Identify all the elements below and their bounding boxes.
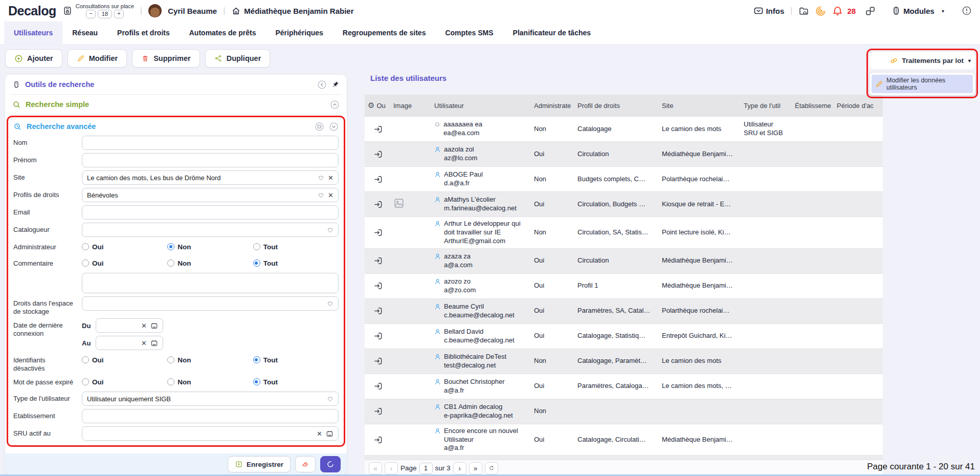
column-header-image[interactable]: Image	[390, 102, 431, 110]
radio-dot[interactable]	[82, 243, 89, 250]
tab-planificateur-de-taches[interactable]: Planificateur de tâches	[503, 21, 601, 44]
modifier-button[interactable]: Modifier	[68, 49, 127, 68]
radio-dot[interactable]	[82, 356, 89, 363]
column-header-site[interactable]: Site	[659, 102, 741, 110]
form-input[interactable]	[82, 153, 339, 167]
user-cell[interactable]: aMathys L'écolierm.farineau@decalog.net	[431, 193, 531, 215]
tab-comptes-sms[interactable]: Comptes SMS	[435, 21, 503, 44]
radio-dot[interactable]	[253, 243, 260, 250]
user-cell[interactable]: Bibliothécaire DeTesttest@decalog.net	[431, 350, 531, 373]
column-header-ou[interactable]: ⚙Ou	[365, 101, 390, 110]
tab-reseau[interactable]: Réseau	[62, 21, 107, 44]
user-avatar[interactable]	[148, 4, 162, 17]
form-input[interactable]: Le camion des mots, Les bus de Drôme Nor…	[82, 170, 339, 185]
clear-icon[interactable]: ✕	[141, 339, 147, 347]
radio-dot[interactable]	[167, 243, 174, 250]
form-input[interactable]: Bénévoles✕	[82, 188, 339, 202]
login-as-button[interactable]	[365, 432, 390, 447]
form-input[interactable]	[82, 136, 339, 150]
pin-icon[interactable]	[331, 80, 340, 89]
bell-icon[interactable]	[832, 6, 843, 16]
column-header-administrate[interactable]: Administrate	[531, 102, 574, 110]
infos-link[interactable]: Infos	[766, 7, 784, 15]
user-cell[interactable]: Bouchet Christophera@a.fr	[431, 375, 531, 398]
dupliquer-button[interactable]: Dupliquer	[205, 49, 271, 68]
target-icon[interactable]	[815, 6, 826, 16]
search-tools-header[interactable]: Outils de recherche	[5, 75, 347, 94]
column-header-periode-d-ac[interactable]: Période d'ac	[834, 102, 883, 110]
column-header-type-de-l-util[interactable]: Type de l'util	[741, 102, 792, 110]
form-input[interactable]: Utilisateur uniquement SIGB	[82, 392, 339, 406]
radio-dot[interactable]	[253, 356, 260, 363]
radio-option-tout[interactable]: Tout	[253, 356, 339, 364]
consultations-value[interactable]: 18	[98, 10, 112, 18]
column-header-profil-de-droits[interactable]: Profil de droits	[574, 102, 659, 110]
radio-option-oui[interactable]: Oui	[82, 356, 167, 364]
consultations-plus-button[interactable]: +	[114, 10, 124, 18]
form-input[interactable]	[82, 223, 339, 237]
login-as-button[interactable]	[365, 278, 390, 293]
form-input[interactable]	[82, 296, 339, 311]
clear-icon[interactable]: ✕	[317, 430, 322, 438]
form-input[interactable]: ✕	[96, 336, 163, 350]
radio-dot[interactable]	[253, 378, 260, 385]
clear-icon[interactable]: ✕	[328, 191, 333, 199]
alert-circle-icon[interactable]	[962, 6, 972, 16]
radio-dot[interactable]	[82, 378, 89, 385]
tab-profils-et-droits[interactable]: Profils et droits	[107, 21, 180, 44]
refresh-button[interactable]	[485, 462, 498, 474]
form-input[interactable]: ✕	[96, 318, 163, 333]
user-cell[interactable]: aaaaaaea eaea@ea.com	[431, 118, 531, 140]
user-cell[interactable]: aazola zolaz@lo.com	[431, 143, 531, 165]
form-input[interactable]	[82, 273, 339, 293]
login-as-button[interactable]	[365, 172, 390, 187]
tab-utilisateurs[interactable]: Utilisateurs	[4, 21, 62, 44]
login-as-button[interactable]	[365, 122, 390, 137]
chevron-up-circle-icon[interactable]	[330, 100, 340, 110]
user-cell[interactable]: azaza zaa@a.com	[431, 250, 531, 272]
flow-icon[interactable]	[865, 6, 876, 16]
form-input[interactable]: ✕	[82, 426, 339, 441]
login-as-button[interactable]	[365, 379, 390, 394]
radio-dot[interactable]	[167, 259, 174, 267]
user-cell[interactable]: CB1 Admin decaloge-paprika@decalog.net	[431, 400, 531, 423]
radio-dot[interactable]	[82, 259, 89, 267]
tab-regroupements-de-sites[interactable]: Regroupements de sites	[333, 21, 436, 44]
user-cell[interactable]: azozo zoa@zo.com	[431, 275, 531, 297]
login-as-button[interactable]	[365, 404, 390, 419]
radio-option-oui[interactable]: Oui	[82, 243, 167, 251]
column-header-etablisseme[interactable]: Établisseme	[792, 102, 834, 110]
user-cell[interactable]: Arthur Le développeur qui doit travaille…	[431, 217, 531, 248]
consultations-minus-button[interactable]: −	[86, 10, 96, 18]
login-as-button[interactable]	[365, 197, 390, 212]
clear-icon[interactable]: ✕	[328, 174, 333, 182]
radio-dot[interactable]	[253, 259, 260, 267]
login-as-button[interactable]	[365, 147, 390, 162]
page-next-button[interactable]: ›	[453, 462, 466, 474]
radio-option-tout[interactable]: Tout	[253, 259, 339, 267]
modules-menu[interactable]: Modules	[903, 7, 934, 15]
envelope-icon[interactable]	[753, 6, 764, 16]
ajouter-button[interactable]: Ajouter	[5, 49, 62, 68]
supprimer-button[interactable]: Supprimer	[132, 49, 200, 68]
form-input[interactable]	[82, 409, 339, 423]
chevron-down-circle-icon[interactable]	[329, 122, 339, 132]
page-last-button[interactable]: »	[469, 462, 482, 474]
radio-option-tout[interactable]: Tout	[253, 243, 339, 251]
login-as-button[interactable]	[365, 304, 390, 318]
collapse-left-icon[interactable]	[317, 80, 327, 90]
user-cell[interactable]: Encore encore un nouvel Utilisateura@a.f…	[431, 424, 531, 456]
radio-option-oui[interactable]: Oui	[82, 259, 167, 267]
user-cell[interactable]: Beaume Cyrilc.beaume@decalog.net	[431, 300, 531, 322]
radio-option-non[interactable]: Non	[167, 259, 253, 267]
tab-automates-de-prets[interactable]: Automates de prêts	[180, 21, 266, 44]
radio-dot[interactable]	[167, 356, 174, 363]
clear-form-button[interactable]	[295, 456, 316, 472]
page-input[interactable]: 1	[419, 463, 433, 474]
login-as-button[interactable]	[365, 225, 390, 240]
simple-search-header[interactable]: Recherche simple	[5, 95, 347, 114]
clear-icon[interactable]: ✕	[141, 322, 147, 330]
column-header-utilisateur[interactable]: Utilisateur	[431, 102, 531, 110]
notification-count[interactable]: 28	[847, 7, 856, 15]
login-as-button[interactable]	[365, 329, 390, 343]
